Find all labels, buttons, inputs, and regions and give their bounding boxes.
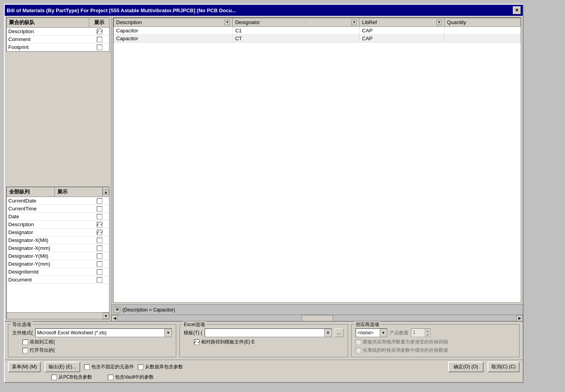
qty-spinner-up[interactable]: ▲ <box>425 329 430 333</box>
scroll-down-button[interactable]: ▼ <box>103 313 109 319</box>
include-unfixed-label[interactable]: 包含不固定的元器件 <box>84 364 134 370</box>
from-db-label[interactable]: 从数据库包含参数 <box>138 364 183 370</box>
list-item: CurrentDate <box>7 197 109 205</box>
cell-description: Capacitor <box>114 27 233 35</box>
qty-spinner-down[interactable]: ▼ <box>425 333 430 337</box>
scroll-up-button[interactable]: ▲ <box>103 189 109 195</box>
supplier-options-title: 供应商选项 <box>354 321 381 328</box>
open-exported-checkbox[interactable] <box>23 348 28 353</box>
filter-bar: ✕ (Description = Capacitor) <box>111 304 523 315</box>
group-row-check <box>92 37 107 42</box>
include-vault-checkbox[interactable] <box>108 375 113 380</box>
supplier-value: <none> <box>356 329 380 336</box>
horizontal-scrollbar: ◀ ▶ <box>111 315 523 321</box>
template-label: 模板(T) ( <box>184 330 202 336</box>
output-button[interactable]: 输出(E) (E)... <box>45 362 80 372</box>
list-item: DesignItemId <box>7 268 109 276</box>
supplier-dropdown-btn[interactable]: ▼ <box>380 329 387 337</box>
file-format-label: 文件格式( <box>12 330 33 336</box>
scroll-thumb[interactable] <box>301 315 333 321</box>
bom-table-area: Description ▼ Designator ↑ ▼ <box>113 17 521 303</box>
scroll-track[interactable] <box>118 315 516 321</box>
table-row: Capacitor CT CAP <box>114 35 521 43</box>
cancel-button[interactable]: 取消(C) (C) <box>488 362 520 372</box>
description-checkbox[interactable]: ✓ <box>97 29 102 34</box>
menu-button[interactable]: 菜单(M) (M) <box>8 362 41 372</box>
scroll-left-button[interactable]: ◀ <box>111 315 118 321</box>
col-description[interactable]: Description ▼ <box>114 18 233 27</box>
open-exported-label[interactable]: 打开导出的( <box>23 347 55 354</box>
add-to-project-label[interactable]: 添加到工程( <box>23 339 55 345</box>
filter-clear-button[interactable]: ✕ <box>114 307 120 313</box>
from-pcb-label[interactable]: 从PCB包含参数 <box>51 374 92 381</box>
libref-dropdown[interactable]: ▼ <box>436 20 442 25</box>
from-pcb-text: 从PCB包含参数 <box>58 374 92 381</box>
group-row-label: Comment <box>8 36 92 42</box>
desc-all-checkbox[interactable]: ✓ <box>97 222 102 227</box>
group-col1-header: 聚合的纵队 <box>7 18 89 27</box>
bom-table: Description ▼ Designator ↑ ▼ <box>113 18 521 43</box>
list-item: Date <box>7 213 109 221</box>
relative-path-checkbox[interactable]: ✓ <box>194 339 200 345</box>
scroll-right-button[interactable]: ▶ <box>516 315 523 321</box>
file-format-dropdown[interactable]: Microsoft Excel Worksheet (*.xls) ▼ <box>35 328 172 337</box>
supplier-row: <none> ▼ 产品数量 1 ▲ ▼ <box>356 328 515 337</box>
from-db-checkbox[interactable] <box>138 364 143 370</box>
desigxmm-checkbox[interactable] <box>97 246 102 251</box>
comment-checkbox[interactable] <box>97 37 102 42</box>
relative-path-label[interactable]: ✓ 相对路径到模板文件(E) E <box>194 339 254 345</box>
export-options-title: 导出选项 <box>11 321 33 328</box>
currentdate-checkbox[interactable] <box>97 198 102 204</box>
main-window: Bill of Materials (By PartType) For Proj… <box>4 4 524 383</box>
from-pcb-checkbox[interactable] <box>51 375 57 380</box>
desigymil-checkbox[interactable] <box>97 253 102 259</box>
offline-label[interactable]: 在离线的时候采用参数中缓存的价格数据 <box>356 347 448 354</box>
group-row-footprint: Footprint <box>7 43 109 51</box>
description-dropdown[interactable]: ▼ <box>224 20 230 25</box>
include-unfixed-text: 包含不固定的元器件 <box>91 364 134 370</box>
open-exported-text: 打开导出的( <box>30 347 55 354</box>
group-row-check <box>92 45 107 50</box>
product-qty-value: 1 <box>411 329 425 337</box>
footprint-checkbox[interactable] <box>97 45 102 50</box>
template-browse-button[interactable]: ... <box>334 328 344 337</box>
include-unfixed-checkbox[interactable] <box>84 364 90 370</box>
excel-options-group: Excel选项 模板(T) ( ▼ ... ✓ 相对路径到模板文件( <box>179 324 348 357</box>
all-columns-header: 全部纵列 展示 ▲ <box>7 187 109 197</box>
col-libref[interactable]: LibRef ▼ <box>360 18 444 27</box>
bottom-panel: 导出选项 文件格式( Microsoft Excel Worksheet (*.… <box>5 321 523 382</box>
all-columns-section: 全部纵列 展示 ▲ CurrentDate CurrentTime <box>6 187 109 319</box>
list-item: Designator-X(Mil) <box>7 236 109 244</box>
include-vault-label[interactable]: 包含Vault中的参数 <box>108 374 154 381</box>
list-item: CurrentTime <box>7 205 109 213</box>
cell-designator: CT <box>233 35 360 43</box>
currenttime-checkbox[interactable] <box>97 206 102 212</box>
options-row: 导出选项 文件格式( Microsoft Excel Worksheet (*.… <box>5 322 523 360</box>
supplier-dropdown[interactable]: <none> ▼ <box>356 328 387 337</box>
cheapest-row: 聚拢供应商顺序数量为更便宜的价格间隔 <box>356 339 515 345</box>
template-dropdown-btn[interactable]: ▼ <box>324 329 331 337</box>
file-format-dropdown-btn[interactable]: ▼ <box>164 329 171 337</box>
add-to-project-checkbox[interactable] <box>23 339 28 345</box>
designator-dropdown[interactable]: ▼ <box>351 20 357 25</box>
ok-button[interactable]: 确定(O) (O) <box>448 362 484 372</box>
document-checkbox[interactable] <box>97 277 102 283</box>
close-button[interactable]: ✕ <box>513 6 521 14</box>
cheapest-checkbox[interactable] <box>356 339 361 345</box>
date-checkbox[interactable] <box>97 214 102 219</box>
designator-all-checkbox[interactable]: ✓ <box>97 230 102 235</box>
group-rows: Description ✓ Comment Footp <box>7 28 109 51</box>
col-designator[interactable]: Designator ↑ ▼ <box>233 18 360 27</box>
designitemid-checkbox[interactable] <box>97 269 102 275</box>
open-exported-row: 打开导出的( <box>12 347 172 354</box>
offline-checkbox[interactable] <box>356 348 361 353</box>
col-quantity[interactable]: Quantity <box>444 18 521 27</box>
template-dropdown[interactable]: ▼ <box>205 328 332 337</box>
list-item: Document <box>7 276 109 284</box>
filter-text: (Description = Capacitor) <box>122 307 175 313</box>
cheapest-label[interactable]: 聚拢供应商顺序数量为更便宜的价格间隔 <box>356 339 448 345</box>
product-qty-spinner[interactable]: 1 ▲ ▼ <box>411 328 431 337</box>
desigyymm-checkbox[interactable] <box>97 261 102 267</box>
desigxmil-checkbox[interactable] <box>97 238 102 243</box>
group-row-check: ✓ <box>92 29 107 34</box>
